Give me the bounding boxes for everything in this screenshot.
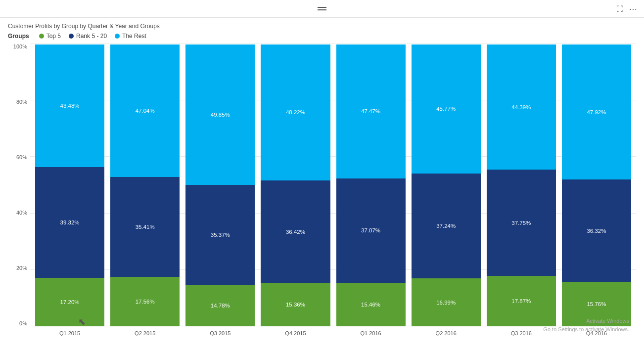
segment-the-rest-2: 49.85% [185,44,255,185]
menu-icon[interactable] [318,7,326,10]
chart-container: Customer Profits by Group by Quarter & Y… [0,18,644,353]
bar-group-q2-2016[interactable]: 45.77%37.24%16.99% [409,44,484,326]
segment-top5-3: 15.36% [261,283,330,326]
bar-group-q1-2015[interactable]: 43.48%39.32%17.20% [32,44,107,326]
segment-rank5-20-6: 37.75% [487,170,556,276]
bar-group-q4-2016[interactable]: 47.92%36.32%15.76% [559,44,634,326]
chart-main: 43.48%39.32%17.20%47.04%35.41%17.56%49.8… [30,44,636,340]
segment-top5-0: 17.20% [35,278,104,326]
legend-item-top5: Top 5 [39,33,61,40]
the-rest-dot [115,34,120,39]
segment-rank5-20-0: 39.32% [35,167,104,278]
y-label-60: 60% [16,154,27,160]
legend-item-the-rest: The Rest [115,33,146,40]
y-label-40: 40% [16,210,27,216]
legend-rank5-20-label: Rank 5 - 20 [76,33,107,40]
legend: Groups Top 5 Rank 5 - 20 The Rest [8,33,636,40]
segment-rank5-20-7: 36.32% [562,179,631,282]
y-label-80: 80% [16,99,27,105]
legend-top5-label: Top 5 [46,33,61,40]
bar-group-q4-2015[interactable]: 48.22%36.42%15.36% [258,44,333,326]
y-label-0: 0% [19,320,27,326]
top5-dot [39,34,44,39]
segment-rank5-20-1: 35.41% [110,177,180,277]
segment-the-rest-1: 47.04% [110,44,180,177]
rank5-20-dot [69,34,74,39]
segment-rank5-20-5: 37.24% [412,174,481,278]
segment-the-rest-4: 47.47% [336,44,406,178]
x-label-q2-2016: Q2 2016 [409,326,484,340]
legend-the-rest-label: The Rest [122,33,146,40]
watermark-line1: Activate Windows [586,318,629,324]
segment-top5-4: 15.46% [336,283,406,326]
x-label-q3-2015: Q3 2015 [183,326,258,340]
watermark: Activate Windows Go to Settings to activ… [543,317,629,333]
bar-group-q2-2015[interactable]: 47.04%35.41%17.56% [107,44,183,326]
segment-the-rest-7: 47.92% [562,44,631,179]
chart-area: 100% 80% 60% 40% 20% 0% 43.48%39.32%17.2… [8,44,636,340]
segment-top5-5: 16.99% [412,278,481,326]
cursor-icon: ⬉ [78,316,86,327]
more-options-icon[interactable]: ⋯ [629,4,638,13]
segment-rank5-20-2: 35.37% [185,185,255,285]
segment-the-rest-0: 43.48% [35,44,104,167]
bars-row: 43.48%39.32%17.20%47.04%35.41%17.56%49.8… [30,44,636,326]
segment-rank5-20-3: 36.42% [261,180,330,283]
top-bar: ⛶ ⋯ [0,0,644,18]
segment-the-rest-6: 44.39% [487,44,556,170]
bar-group-q3-2016[interactable]: 44.39%37.75%17.87% [484,44,559,326]
legend-item-rank5-20: Rank 5 - 20 [69,33,107,40]
y-label-20: 20% [16,265,27,271]
bar-group-q3-2015[interactable]: 49.85%35.37%14.78% [183,44,258,326]
expand-icon[interactable]: ⛶ [616,5,623,13]
x-label-q4-2015: Q4 2015 [258,326,333,340]
chart-title: Customer Profits by Group by Quarter & Y… [8,23,636,30]
segment-top5-2: 14.78% [185,285,255,326]
segment-the-rest-3: 48.22% [261,44,330,180]
watermark-line2: Go to Settings to activate Windows. [543,326,629,332]
segment-the-rest-5: 45.77% [412,44,481,174]
bar-group-q1-2016[interactable]: 47.47%37.07%15.46% [333,44,409,326]
top-bar-icons: ⛶ ⋯ [616,4,638,13]
y-axis: 100% 80% 60% 40% 20% 0% [8,44,30,340]
y-label-100: 100% [13,44,27,49]
x-label-q1-2015: Q1 2015 [32,326,107,340]
segment-rank5-20-4: 37.07% [336,178,406,283]
legend-label: Groups [8,33,29,40]
x-label-q2-2015: Q2 2015 [107,326,183,340]
segment-top5-1: 17.56% [110,277,180,326]
x-label-q1-2016: Q1 2016 [333,326,409,340]
